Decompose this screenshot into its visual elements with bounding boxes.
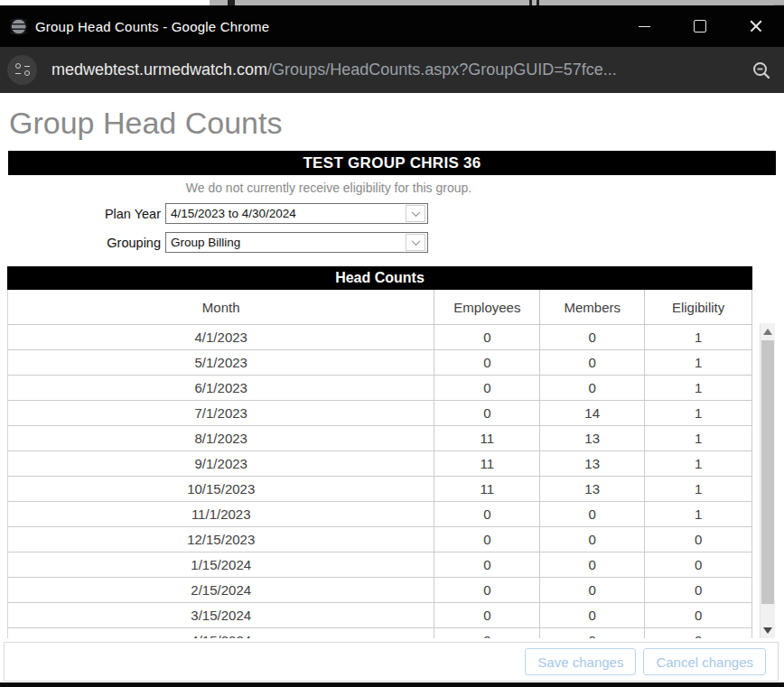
table-row: 11/1/2023001 xyxy=(8,502,752,527)
cell-employees: 11 xyxy=(434,451,540,476)
table-row: 2/15/2024000 xyxy=(8,578,752,603)
table-row: 4/1/2023001 xyxy=(8,325,752,350)
table-row: 4/15/2024000 xyxy=(8,628,752,638)
page-zoom-icon[interactable] xyxy=(751,60,771,80)
cell-month: 4/15/2024 xyxy=(8,628,434,638)
cell-month: 5/1/2023 xyxy=(8,350,434,375)
plan-year-dropdown-button[interactable] xyxy=(406,205,425,222)
page-title: Group Head Counts xyxy=(9,106,282,141)
cell-employees: 0 xyxy=(434,552,540,577)
tune-icon xyxy=(15,64,30,69)
cell-month: 4/1/2023 xyxy=(8,325,434,349)
page-content: Group Head Counts TEST GROUP CHRIS 36 We… xyxy=(0,93,784,682)
grouping-row: Grouping Group Billing xyxy=(0,232,452,253)
grouping-value: Group Billing xyxy=(166,236,404,249)
group-name-banner: TEST GROUP CHRIS 36 xyxy=(8,151,776,175)
minimize-icon xyxy=(639,26,650,27)
cell-employees: 0 xyxy=(434,325,540,349)
plan-year-value: 4/15/2023 to 4/30/2024 xyxy=(166,207,404,220)
cell-eligibility: 1 xyxy=(645,502,752,526)
window-title: Group Head Counts - Google Chrome xyxy=(35,19,269,34)
cell-month: 9/1/2023 xyxy=(8,451,434,476)
cell-month: 1/15/2024 xyxy=(8,552,434,577)
maximize-icon xyxy=(694,20,706,32)
close-icon xyxy=(750,20,762,32)
table-header-row: Month Employees Members Eligibility xyxy=(7,290,752,325)
table-row: 7/1/20230141 xyxy=(8,401,752,426)
table-row: 12/15/2023000 xyxy=(8,527,752,552)
cell-members: 0 xyxy=(540,628,645,638)
table-title-bar: Head Counts xyxy=(7,266,752,290)
table-row: 1/15/2024000 xyxy=(8,552,752,578)
window-controls xyxy=(616,5,784,47)
cell-members: 14 xyxy=(540,401,645,425)
cell-eligibility: 0 xyxy=(645,628,752,638)
cell-month: 11/1/2023 xyxy=(8,502,434,526)
close-button[interactable] xyxy=(728,5,784,47)
triangle-up-icon xyxy=(763,329,772,335)
head-counts-table: Head Counts Month Employees Members Elig… xyxy=(7,266,775,638)
cell-eligibility: 1 xyxy=(645,325,752,349)
scroll-up-button[interactable] xyxy=(761,323,775,339)
grouping-select[interactable]: Group Billing xyxy=(165,232,428,253)
column-header-eligibility: Eligibility xyxy=(645,290,752,324)
table-row: 9/1/202311131 xyxy=(8,451,752,477)
table-row: 10/15/202311131 xyxy=(8,477,752,502)
cell-members: 13 xyxy=(540,451,645,476)
cell-eligibility: 0 xyxy=(645,603,752,627)
site-settings-button[interactable] xyxy=(7,55,37,85)
scroll-down-button[interactable] xyxy=(761,622,775,638)
cell-members: 0 xyxy=(540,325,645,349)
window-bottom-edge xyxy=(0,682,784,687)
cell-employees: 0 xyxy=(434,502,540,526)
cell-month: 6/1/2023 xyxy=(8,376,434,400)
globe-favicon-icon xyxy=(10,18,27,35)
tune-icon xyxy=(15,71,30,76)
url-path: /Groups/HeadCounts.aspx?GroupGUID=57fce.… xyxy=(267,60,617,79)
cell-members: 0 xyxy=(540,603,645,627)
cell-members: 0 xyxy=(540,376,645,400)
cell-employees: 0 xyxy=(434,628,540,638)
cell-employees: 0 xyxy=(434,527,540,552)
cell-eligibility: 1 xyxy=(645,350,752,375)
cell-month: 8/1/2023 xyxy=(8,426,434,450)
plan-year-row: Plan Year 4/15/2023 to 4/30/2024 xyxy=(0,203,452,224)
cell-members: 0 xyxy=(540,350,645,375)
plan-year-label: Plan Year xyxy=(0,207,165,221)
column-header-employees: Employees xyxy=(434,290,540,324)
triangle-down-icon xyxy=(763,627,772,634)
chevron-down-icon xyxy=(411,237,420,246)
cell-employees: 11 xyxy=(434,426,540,450)
cell-month: 7/1/2023 xyxy=(8,401,434,425)
table-viewport: 4/1/20230015/1/20230016/1/20230017/1/202… xyxy=(7,325,752,638)
column-header-month: Month xyxy=(8,290,434,324)
table-row: 5/1/2023001 xyxy=(8,350,752,376)
cell-eligibility: 1 xyxy=(645,477,752,501)
address-bar: medwebtest.urmedwatch.com/Groups/HeadCou… xyxy=(0,47,784,93)
url-field[interactable]: medwebtest.urmedwatch.com/Groups/HeadCou… xyxy=(51,60,617,79)
cell-eligibility: 0 xyxy=(645,578,752,602)
cell-members: 0 xyxy=(540,502,645,526)
plan-year-select[interactable]: 4/15/2023 to 4/30/2024 xyxy=(165,203,428,224)
cell-month: 12/15/2023 xyxy=(8,527,434,552)
action-footer: Save changes Cancel changes xyxy=(4,642,779,682)
cell-eligibility: 0 xyxy=(645,527,752,552)
grouping-dropdown-button[interactable] xyxy=(406,234,425,251)
cell-eligibility: 1 xyxy=(645,376,752,400)
cell-eligibility: 0 xyxy=(645,552,752,577)
maximize-button[interactable] xyxy=(672,5,728,47)
minimize-button[interactable] xyxy=(616,5,672,47)
cell-employees: 0 xyxy=(434,578,540,602)
table-row: 3/15/2024000 xyxy=(8,603,752,628)
browser-titlebar: Group Head Counts - Google Chrome xyxy=(0,5,784,47)
cell-members: 0 xyxy=(540,527,645,552)
cell-employees: 0 xyxy=(434,603,540,627)
cell-members: 13 xyxy=(540,477,645,501)
cell-eligibility: 1 xyxy=(645,401,752,425)
cell-members: 0 xyxy=(540,578,645,602)
cancel-changes-button[interactable]: Cancel changes xyxy=(643,648,766,675)
scrollbar[interactable] xyxy=(760,323,775,638)
scrollbar-thumb[interactable] xyxy=(761,340,774,604)
chevron-down-icon xyxy=(411,208,420,217)
save-changes-button[interactable]: Save changes xyxy=(525,648,636,675)
